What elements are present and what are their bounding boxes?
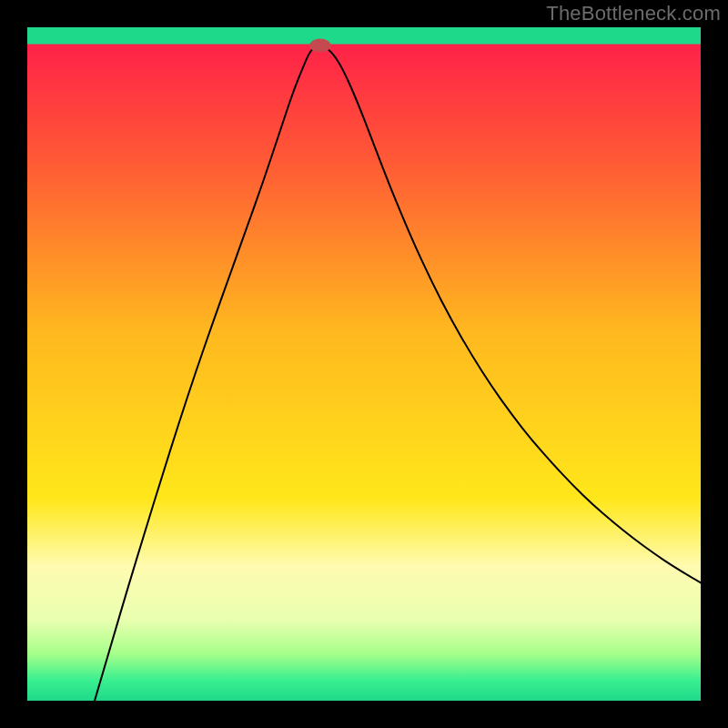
chart-plot-area xyxy=(27,27,701,701)
watermark-label: TheBottleneck.com xyxy=(546,2,721,25)
baseline-band xyxy=(27,27,701,45)
gradient-background xyxy=(27,27,701,701)
chart-svg xyxy=(27,27,701,701)
chart-frame: TheBottleneck.com xyxy=(0,0,728,728)
optimum-marker xyxy=(309,39,331,53)
